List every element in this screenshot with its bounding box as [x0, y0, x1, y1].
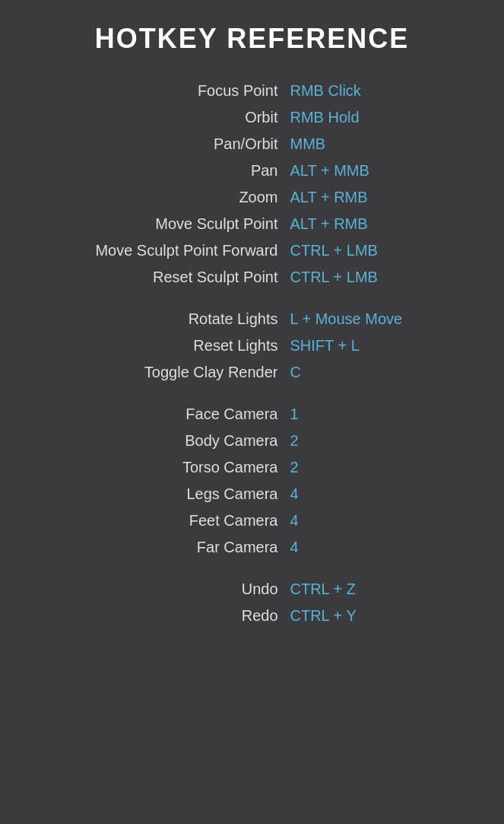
hotkey-label: Reset Lights	[78, 337, 290, 355]
hotkey-value: 2	[290, 432, 427, 450]
hotkey-row: Reset Sculpt PointCTRL + LMB	[40, 264, 465, 291]
hotkey-label: Move Sculpt Point	[78, 215, 290, 233]
hotkey-row: ZoomALT + RMB	[40, 184, 465, 211]
hotkey-row: OrbitRMB Hold	[40, 104, 465, 131]
hotkey-row: Pan/OrbitMMB	[40, 131, 465, 157]
hotkey-label: Pan/Orbit	[78, 135, 290, 153]
hotkey-row: RedoCTRL + Y	[40, 603, 465, 629]
hotkey-label: Reset Sculpt Point	[78, 269, 290, 286]
hotkey-row: PanALT + MMB	[40, 157, 465, 184]
hotkey-value: CTRL + Y	[290, 607, 427, 625]
hotkey-label: Feet Camera	[78, 512, 290, 530]
hotkey-value: 4	[290, 512, 427, 530]
hotkey-row: Move Sculpt PointALT + RMB	[40, 211, 465, 237]
hotkey-value: ALT + RMB	[290, 189, 427, 206]
hotkey-label: Rotate Lights	[78, 310, 290, 328]
page-title: HOTKEY REFERENCE	[80, 0, 424, 70]
hotkey-value: 2	[290, 459, 427, 476]
hotkey-row: Torso Camera2	[40, 454, 465, 481]
hotkey-label: Torso Camera	[78, 459, 290, 476]
hotkey-label: Toggle Clay Render	[78, 364, 290, 381]
hotkey-label: Zoom	[78, 189, 290, 206]
hotkey-value: 1	[290, 406, 427, 423]
hotkey-table: Focus PointRMB ClickOrbitRMB HoldPan/Orb…	[24, 70, 480, 652]
hotkey-row: UndoCTRL + Z	[40, 576, 465, 603]
hotkey-row: Feet Camera4	[40, 507, 465, 534]
hotkey-row: Reset LightsSHIFT + L	[40, 332, 465, 359]
hotkey-value: ALT + MMB	[290, 162, 427, 180]
hotkey-label: Focus Point	[78, 82, 290, 100]
hotkey-row: Legs Camera4	[40, 481, 465, 507]
hotkey-label: Move Sculpt Point Forward	[78, 242, 290, 259]
hotkey-value: RMB Hold	[290, 109, 427, 126]
hotkey-value: SHIFT + L	[290, 337, 427, 355]
hotkey-row: Far Camera4	[40, 534, 465, 561]
hotkey-value: 4	[290, 485, 427, 503]
spacer	[40, 291, 465, 306]
hotkey-row: Move Sculpt Point ForwardCTRL + LMB	[40, 237, 465, 264]
spacer	[40, 386, 465, 401]
hotkey-row: Toggle Clay RenderC	[40, 359, 465, 386]
hotkey-value: L + Mouse Move	[290, 310, 427, 328]
hotkey-value: RMB Click	[290, 82, 427, 100]
hotkey-row: Body Camera2	[40, 428, 465, 454]
hotkey-label: Orbit	[78, 109, 290, 126]
hotkey-row: Focus PointRMB Click	[40, 78, 465, 104]
hotkey-label: Pan	[78, 162, 290, 180]
hotkey-value: CTRL + LMB	[290, 242, 427, 259]
hotkey-row: Rotate LightsL + Mouse Move	[40, 306, 465, 332]
hotkey-value: 4	[290, 539, 427, 556]
hotkey-label: Face Camera	[78, 406, 290, 423]
hotkey-value: CTRL + LMB	[290, 269, 427, 286]
hotkey-value: CTRL + Z	[290, 581, 427, 598]
hotkey-label: Far Camera	[78, 539, 290, 556]
hotkey-value: C	[290, 364, 427, 381]
spacer	[40, 561, 465, 576]
hotkey-value: MMB	[290, 135, 427, 153]
hotkey-label: Body Camera	[78, 432, 290, 450]
hotkey-row: Face Camera1	[40, 401, 465, 428]
hotkey-value: ALT + RMB	[290, 215, 427, 233]
hotkey-label: Redo	[78, 607, 290, 625]
hotkey-label: Legs Camera	[78, 485, 290, 503]
hotkey-label: Undo	[78, 581, 290, 598]
